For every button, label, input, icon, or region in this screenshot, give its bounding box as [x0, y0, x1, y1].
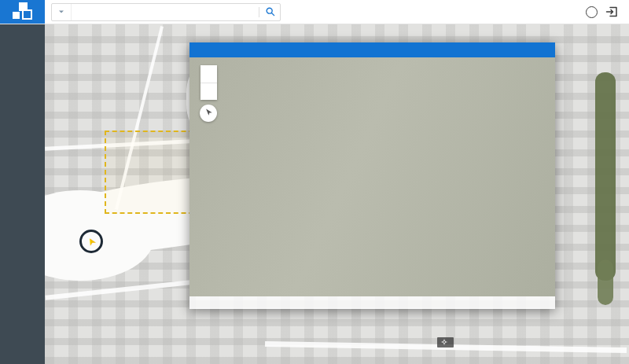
help-button[interactable] [586, 6, 598, 18]
3d-zoom-in-button[interactable] [200, 65, 217, 83]
logo-square [22, 9, 32, 20]
coordinate-readout [437, 337, 454, 347]
3d-panel-header[interactable] [189, 42, 555, 57]
compass-needle-icon [204, 106, 214, 120]
search-dropdown-button[interactable] [52, 4, 72, 20]
sidebar [0, 24, 45, 364]
logo-square [13, 12, 20, 19]
app-window: ➤ [0, 0, 629, 364]
analysis-area-outline[interactable] [105, 131, 201, 214]
3d-zoom-out-button[interactable] [200, 83, 217, 101]
park-area [595, 72, 616, 281]
search-box[interactable] [51, 3, 281, 21]
top-bar [0, 0, 629, 24]
3d-scene[interactable] [189, 57, 555, 296]
search-icon [265, 6, 275, 20]
compass-button[interactable] [200, 105, 217, 122]
search-input[interactable] [72, 8, 243, 17]
streetview-marker[interactable]: ➤ [79, 230, 103, 253]
streetview-arrow-icon: ➤ [85, 235, 98, 248]
park-area [598, 259, 613, 305]
3d-view-panel [189, 42, 555, 309]
3d-panel-attribution [189, 296, 555, 309]
logout-icon [605, 7, 618, 20]
search-button[interactable] [259, 6, 280, 20]
caret-down-icon [57, 6, 66, 20]
logout-button[interactable] [605, 6, 618, 18]
3d-zoom-controls [200, 65, 217, 100]
app-logo[interactable] [0, 0, 45, 24]
crosshair-icon [441, 339, 447, 347]
